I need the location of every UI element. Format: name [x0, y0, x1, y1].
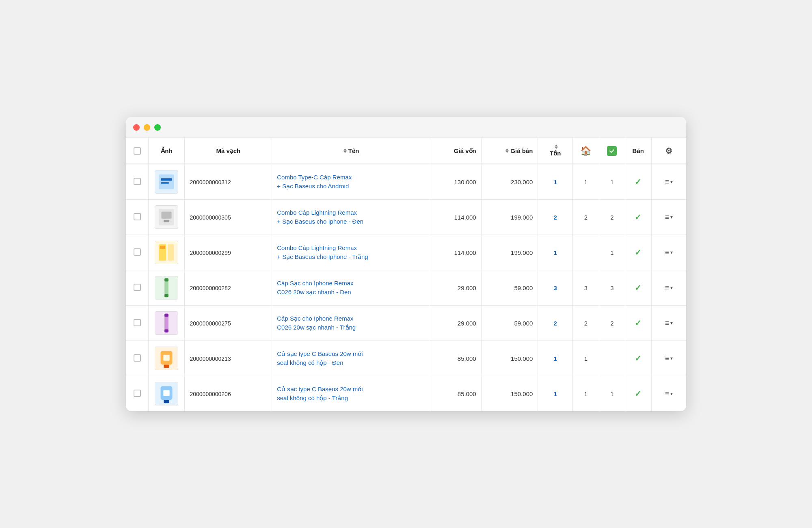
- th-ten[interactable]: Tên: [272, 138, 429, 164]
- row-action-cell[interactable]: ≡ ▾: [651, 341, 686, 376]
- row-action-cell[interactable]: ≡ ▾: [651, 235, 686, 270]
- product-image: [155, 382, 178, 405]
- row-checkbox[interactable]: [134, 390, 141, 397]
- row-checkbox[interactable]: [134, 248, 141, 256]
- row-checkbox[interactable]: [134, 354, 141, 362]
- row-checkbox[interactable]: [134, 284, 141, 291]
- menu-icon[interactable]: ≡: [665, 390, 669, 398]
- product-name-link[interactable]: Combo Cáp Lightning Remax+ Sạc Baseus ch…: [277, 244, 424, 262]
- row-action-button[interactable]: ≡ ▾: [657, 319, 682, 328]
- th-ton[interactable]: Tồn: [538, 138, 573, 164]
- svg-rect-14: [165, 278, 169, 282]
- product-image: [155, 241, 178, 264]
- chevron-down-icon[interactable]: ▾: [670, 356, 673, 361]
- row-ten-cell[interactable]: Cáp Sạc cho Iphone RemaxC026 20w sạc nha…: [272, 306, 429, 341]
- row-ten-cell[interactable]: Combo Type-C Cáp Remax+ Sạc Baseus cho A…: [272, 164, 429, 200]
- row-ten-cell[interactable]: Củ sạc type C Baseus 20w mớiseal không c…: [272, 341, 429, 376]
- row-action-cell[interactable]: ≡ ▾: [651, 376, 686, 412]
- menu-icon[interactable]: ≡: [665, 284, 669, 292]
- product-name-link[interactable]: Combo Type-C Cáp Remax+ Sạc Baseus cho A…: [277, 173, 424, 191]
- product-name-link[interactable]: Củ sạc type C Baseus 20w mớiseal không c…: [277, 385, 424, 403]
- chevron-down-icon[interactable]: ▾: [670, 285, 673, 291]
- row-checkbox-cell[interactable]: [126, 235, 149, 270]
- svg-rect-3: [161, 182, 169, 184]
- row-ten-cell[interactable]: Combo Cáp Lightning Remax+ Sạc Baseus ch…: [272, 235, 429, 270]
- row-action-cell[interactable]: ≡ ▾: [651, 270, 686, 306]
- table-row: 2000000000206 Củ sạc type C Baseus 20w m…: [126, 376, 686, 412]
- product-name-link[interactable]: Combo Cáp Lightning Remax+ Sạc Baseus ch…: [277, 208, 424, 226]
- product-name-link[interactable]: Cáp Sạc cho Iphone RemaxC026 20w sạc nha…: [277, 314, 424, 332]
- chevron-down-icon[interactable]: ▾: [670, 179, 673, 185]
- ton-value: 2: [554, 214, 557, 221]
- ban-checkmark: ✓: [635, 389, 641, 398]
- row-action-cell[interactable]: ≡ ▾: [651, 164, 686, 200]
- chevron-down-icon[interactable]: ▾: [670, 320, 673, 326]
- table-row: 2000000000275 Cáp Sạc cho Iphone RemaxC0…: [126, 306, 686, 341]
- th-action[interactable]: ⚙: [651, 138, 686, 164]
- th-giavon: Giá vốn: [429, 138, 481, 164]
- row-ten-cell[interactable]: Củ sạc type C Baseus 20w mớiseal không c…: [272, 376, 429, 412]
- product-name-link[interactable]: Củ sạc type C Baseus 20w mớiseal không c…: [277, 349, 424, 368]
- row-ten-cell[interactable]: Cáp Sạc cho Iphone RemaxC026 20w sạc nha…: [272, 270, 429, 306]
- row-action-button[interactable]: ≡ ▾: [657, 213, 682, 222]
- minimize-button[interactable]: [144, 124, 150, 131]
- svg-rect-7: [164, 220, 170, 222]
- ban-checkmark: ✓: [635, 283, 641, 292]
- home-stock-value: 1: [584, 355, 587, 362]
- row-checkbox-cell[interactable]: [126, 376, 149, 412]
- row-action-button[interactable]: ≡ ▾: [657, 248, 682, 257]
- menu-icon[interactable]: ≡: [665, 319, 669, 328]
- maximize-button[interactable]: [154, 124, 161, 131]
- chevron-down-icon[interactable]: ▾: [670, 214, 673, 220]
- row-checkbox-cell[interactable]: [126, 164, 149, 200]
- close-button[interactable]: [133, 124, 140, 131]
- row-checkbox-cell[interactable]: [126, 270, 149, 306]
- row-giaban-cell: 59.000: [481, 270, 538, 306]
- row-checkbox-cell[interactable]: [126, 306, 149, 341]
- row-checkbox[interactable]: [134, 213, 141, 220]
- row-action-button[interactable]: ≡ ▾: [657, 178, 682, 186]
- svg-rect-26: [164, 400, 170, 403]
- gear-icon[interactable]: ⚙: [665, 146, 672, 156]
- th-checkbox[interactable]: [126, 138, 149, 164]
- row-giavon-cell: 114.000: [429, 235, 481, 270]
- product-image: [155, 205, 178, 229]
- menu-icon[interactable]: ≡: [665, 178, 669, 186]
- row-checkbox-cell[interactable]: [126, 341, 149, 376]
- row-ton-cell: 1: [538, 341, 573, 376]
- ton-value: 3: [554, 284, 557, 291]
- select-all-checkbox[interactable]: [134, 147, 141, 155]
- row-check-cell: 1: [599, 376, 625, 412]
- row-action-button[interactable]: ≡ ▾: [657, 354, 682, 363]
- menu-icon[interactable]: ≡: [665, 354, 669, 363]
- home-icon: 🏠: [580, 146, 591, 156]
- product-image: [155, 170, 178, 194]
- row-ten-cell[interactable]: Combo Cáp Lightning Remax+ Sạc Baseus ch…: [272, 200, 429, 235]
- giavon-value: 85.000: [458, 390, 476, 397]
- ban-checkmark: ✓: [635, 213, 641, 222]
- table-header-row: Ảnh Mã vạch: [126, 138, 686, 164]
- ban-checkmark: ✓: [635, 248, 641, 257]
- chevron-down-icon[interactable]: ▾: [670, 391, 673, 397]
- giaban-value: 59.000: [514, 320, 533, 327]
- menu-icon[interactable]: ≡: [665, 248, 669, 257]
- giavon-value: 130.000: [454, 179, 476, 185]
- row-giavon-cell: 85.000: [429, 376, 481, 412]
- traffic-lights: [133, 124, 161, 131]
- ton-sort-icon[interactable]: [555, 144, 558, 149]
- th-giaban[interactable]: Giá bán: [481, 138, 538, 164]
- row-checkbox-cell[interactable]: [126, 200, 149, 235]
- giaban-sort-icon[interactable]: [505, 149, 509, 153]
- row-giavon-cell: 29.000: [429, 270, 481, 306]
- row-action-cell[interactable]: ≡ ▾: [651, 306, 686, 341]
- row-checkbox[interactable]: [134, 178, 141, 185]
- row-checkbox[interactable]: [134, 319, 141, 326]
- row-action-button[interactable]: ≡ ▾: [657, 284, 682, 292]
- ten-sort-icon[interactable]: [343, 149, 347, 153]
- row-mavach-cell: 2000000000282: [185, 270, 272, 306]
- product-name-link[interactable]: Cáp Sạc cho Iphone RemaxC026 20w sạc nha…: [277, 279, 424, 297]
- menu-icon[interactable]: ≡: [665, 213, 669, 222]
- row-action-button[interactable]: ≡ ▾: [657, 390, 682, 398]
- chevron-down-icon[interactable]: ▾: [670, 250, 673, 255]
- row-action-cell[interactable]: ≡ ▾: [651, 200, 686, 235]
